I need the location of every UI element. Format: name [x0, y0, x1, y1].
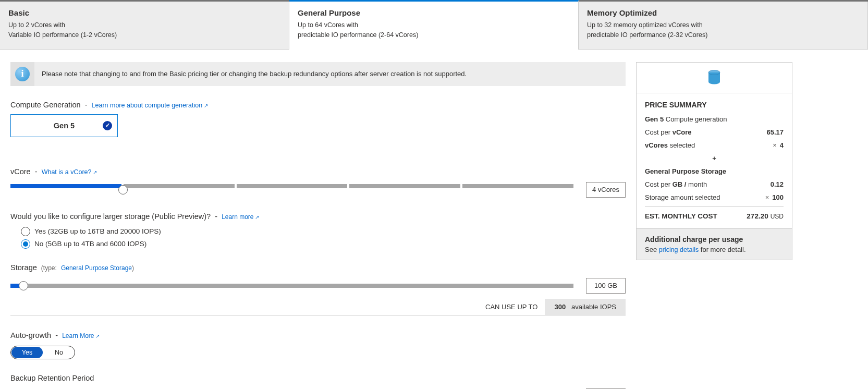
- pricing-tier-tabs: Basic Up to 2 vCores with Variable IO pe…: [0, 0, 868, 50]
- larger-storage-learn-more-link[interactable]: Learn more: [222, 213, 259, 221]
- radio-icon: [21, 239, 30, 249]
- compute-generation-option[interactable]: Gen 5 ✓: [10, 114, 118, 137]
- price-footer: Additional charge per usage See pricing …: [637, 228, 792, 260]
- tier-line: Variable IO performance (1-2 vCores): [8, 30, 280, 40]
- info-icon: i: [10, 62, 34, 86]
- iops-value-box: 300 available IOPS: [545, 299, 626, 315]
- vcore-slider[interactable]: [10, 184, 573, 196]
- tier-line: Up to 32 memory optimized vCores with: [587, 20, 859, 30]
- price-line-generation: Gen 5 Compute generation: [645, 115, 784, 123]
- iops-suffix: available IOPS: [571, 303, 616, 311]
- compute-generation-learn-more-link[interactable]: Learn more about compute generation: [92, 102, 208, 109]
- tier-title: Basic: [8, 8, 280, 17]
- tier-line: Up to 2 vCores with: [8, 20, 280, 30]
- vcore-what-is-link[interactable]: What is a vCore?: [42, 168, 97, 176]
- label-text: Storage: [10, 263, 37, 272]
- tier-tab-memory-optimized[interactable]: Memory Optimized Up to 32 memory optimiz…: [579, 2, 868, 50]
- slider-thumb[interactable]: [118, 185, 128, 194]
- price-line-cost-per-gb: Cost per GB / month 0.12: [645, 180, 784, 188]
- compute-generation-label: Compute Generation - Learn more about co…: [10, 101, 626, 109]
- pricing-details-link[interactable]: pricing details: [659, 246, 699, 253]
- tier-line: predictable IO performance (2-32 vCores): [587, 30, 859, 40]
- auto-growth-toggle[interactable]: Yes No: [10, 346, 75, 359]
- toggle-no[interactable]: No: [43, 346, 75, 359]
- vcore-label: vCore - What is a vCore?: [10, 167, 626, 176]
- price-line-storage-amount: Storage amount selected ×100: [645, 193, 784, 201]
- database-icon: [637, 63, 792, 93]
- plus-icon: +: [645, 154, 784, 162]
- price-summary-title: PRICE SUMMARY: [645, 101, 784, 109]
- tier-title: Memory Optimized: [587, 8, 859, 17]
- label-text: Auto-growth: [10, 331, 51, 339]
- tier-line: Up to 64 vCores with: [298, 20, 570, 30]
- label-text: Would you like to configure larger stora…: [10, 212, 211, 221]
- label-text: vCore: [10, 167, 31, 176]
- backup-retention-label: Backup Retention Period: [10, 374, 626, 382]
- iops-prefix: CAN USE UP TO: [478, 299, 545, 315]
- tier-tab-basic[interactable]: Basic Up to 2 vCores with Variable IO pe…: [0, 2, 289, 50]
- storage-section: Storage (type: General Purpose Storage) …: [10, 263, 626, 294]
- slider-thumb[interactable]: [19, 281, 28, 290]
- type-prefix: (type:: [41, 264, 57, 272]
- price-line-storage-section: General Purpose Storage: [645, 167, 784, 175]
- vcore-value: 4 vCores: [586, 182, 626, 198]
- compute-generation-section: Compute Generation - Learn more about co…: [10, 101, 626, 153]
- larger-storage-label: Would you like to configure larger stora…: [10, 212, 626, 221]
- price-line-cost-per-vcore: Cost per vCore 65.17: [645, 128, 784, 136]
- iops-summary: CAN USE UP TO 300 available IOPS: [10, 299, 626, 315]
- vcore-section: vCore - What is a vCore? 4 vCores: [10, 167, 626, 198]
- auto-growth-section: Auto-growth - Learn More Yes No: [10, 331, 626, 359]
- toggle-yes[interactable]: Yes: [11, 347, 43, 358]
- checkmark-icon: ✓: [103, 121, 112, 130]
- label-text: Compute Generation: [10, 101, 81, 109]
- larger-storage-section: Would you like to configure larger stora…: [10, 212, 626, 249]
- tier-tab-general-purpose[interactable]: General Purpose Up to 64 vCores with pre…: [289, 0, 579, 50]
- storage-label: Storage (type: General Purpose Storage): [10, 263, 626, 272]
- type-suffix: ): [132, 264, 134, 272]
- radio-label: Yes (32GB up to 16TB and 20000 IOPS): [34, 227, 161, 235]
- storage-slider[interactable]: [10, 280, 573, 291]
- storage-value: 100 GB: [586, 278, 626, 294]
- storage-type-link[interactable]: General Purpose Storage: [61, 264, 132, 272]
- price-summary-card: PRICE SUMMARY Gen 5 Compute generation C…: [636, 62, 792, 260]
- radio-icon: [21, 227, 30, 236]
- radio-label: No (5GB up to 4TB and 6000 IOPS): [34, 240, 146, 248]
- price-footer-title: Additional charge per usage: [645, 235, 784, 244]
- info-notice: i Please note that changing to and from …: [10, 62, 626, 86]
- compute-generation-value: Gen 5: [54, 121, 75, 130]
- auto-growth-learn-more-link[interactable]: Learn More: [62, 332, 100, 339]
- price-footer-detail: See pricing details for more detail.: [645, 246, 784, 253]
- iops-value: 300: [554, 303, 566, 311]
- larger-storage-no-radio[interactable]: No (5GB up to 4TB and 6000 IOPS): [21, 239, 626, 249]
- backup-retention-section: Backup Retention Period 7 Days: [10, 374, 626, 389]
- tier-title: General Purpose: [298, 8, 570, 17]
- larger-storage-yes-radio[interactable]: Yes (32GB up to 16TB and 20000 IOPS): [21, 227, 626, 236]
- price-est-monthly: EST. MONTHLY COST 272.20USD: [645, 212, 784, 220]
- price-line-vcores-selected: vCores selected ×4: [645, 141, 784, 149]
- info-notice-text: Please note that changing to and from th…: [34, 70, 474, 78]
- auto-growth-label: Auto-growth - Learn More: [10, 331, 626, 339]
- tier-line: predictable IO performance (2-64 vCores): [298, 30, 570, 40]
